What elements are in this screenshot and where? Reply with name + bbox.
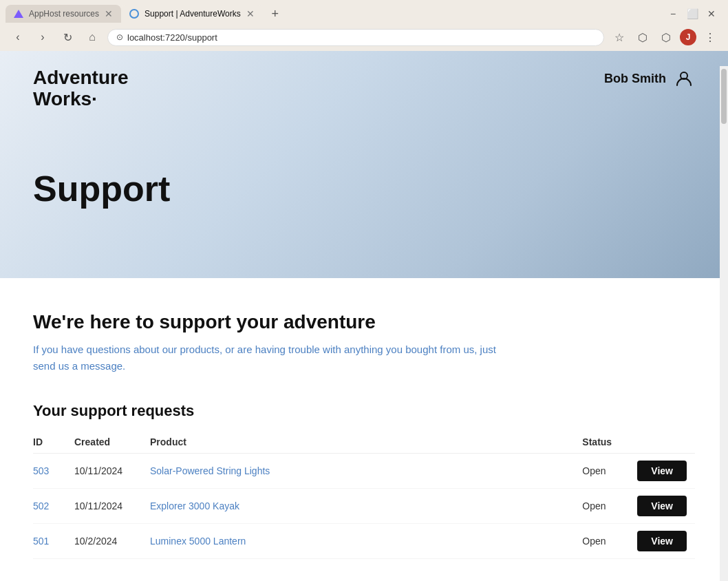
product-link-502[interactable]: Explorer 3000 Kayak — [150, 500, 239, 511]
minimize-button[interactable]: − — [667, 8, 678, 19]
hero-section: Adventure Works· Bob Smith Support — [0, 51, 728, 278]
request-product-501: Luminex 5000 Lantern — [150, 524, 582, 559]
table-row: 503 10/11/2024 Solar-Powered String Ligh… — [33, 454, 695, 489]
scrollbar[interactable] — [720, 66, 728, 581]
col-header-id: ID — [33, 431, 74, 454]
brand-logo: Adventure Works· — [33, 67, 128, 110]
browser-chrome: AppHost resources ✕ Support | AdventureW… — [0, 0, 728, 51]
scrollbar-thumb[interactable] — [721, 69, 727, 124]
request-id-link-503[interactable]: 503 — [33, 465, 49, 476]
request-status-503: Open — [582, 454, 637, 489]
table-heading: Your support requests — [33, 402, 695, 420]
request-status-501: Open — [582, 524, 637, 559]
tab-apphost-close[interactable]: ✕ — [105, 9, 113, 19]
brand-line2: Works· — [33, 88, 97, 109]
col-header-created: Created — [74, 431, 150, 454]
new-tab-button[interactable]: + — [266, 4, 285, 23]
bookmark-button[interactable]: ☆ — [610, 28, 629, 47]
window-controls: − ⬜ ✕ — [667, 8, 722, 19]
request-status-502: Open — [582, 489, 637, 524]
profile-button[interactable]: ⬡ — [656, 28, 676, 47]
product-link-501[interactable]: Luminex 5000 Lantern — [150, 536, 246, 547]
table-row: 502 10/11/2024 Explorer 3000 Kayak Open … — [33, 489, 695, 524]
user-avatar[interactable]: J — [680, 29, 696, 45]
forward-button[interactable]: › — [33, 28, 52, 47]
close-button[interactable]: ✕ — [706, 8, 717, 19]
request-id-link-501[interactable]: 501 — [33, 536, 49, 547]
brand-line1: Adventure — [33, 67, 128, 88]
globe-icon — [129, 9, 139, 19]
request-action-502: View — [637, 489, 695, 524]
product-link-503[interactable]: Solar-Powered String Lights — [150, 465, 270, 476]
back-button[interactable]: ‹ — [8, 28, 28, 47]
request-product-502: Explorer 3000 Kayak — [150, 489, 582, 524]
view-button-503[interactable]: View — [637, 461, 687, 481]
tab-support[interactable]: Support | AdventureWorks ✕ — [121, 5, 263, 23]
col-header-status: Status — [582, 431, 637, 454]
tab-apphost-label: AppHost resources — [29, 9, 99, 19]
table-header-row: ID Created Product Status — [33, 431, 695, 454]
request-id-501: 501 — [33, 524, 74, 559]
view-button-501[interactable]: View — [637, 531, 687, 551]
reload-button[interactable]: ↻ — [58, 28, 77, 47]
request-created-503: 10/11/2024 — [74, 454, 150, 489]
tab-apphost[interactable]: AppHost resources ✕ — [6, 5, 121, 23]
view-button-502[interactable]: View — [637, 496, 687, 516]
col-header-action — [637, 431, 695, 454]
support-requests-table: ID Created Product Status 503 10/11/2024… — [33, 431, 695, 559]
col-header-product: Product — [150, 431, 582, 454]
request-id-503: 503 — [33, 454, 74, 489]
support-heading: We're here to support your adventure — [33, 311, 695, 333]
page-content: Adventure Works· Bob Smith Support — [0, 51, 728, 581]
browser-window: AppHost resources ✕ Support | AdventureW… — [0, 0, 728, 581]
main-content: We're here to support your adventure If … — [0, 278, 728, 581]
support-subtitle: If you have questions about our products… — [33, 341, 515, 374]
tab-support-close[interactable]: ✕ — [246, 9, 255, 19]
browser-toolbar: ‹ › ↻ ⌂ ⊙ localhost:7220/support ☆ ⬡ ⬡ J… — [0, 23, 728, 51]
security-icon: ⊙ — [116, 32, 123, 42]
maximize-button[interactable]: ⬜ — [687, 8, 698, 19]
table-row: 501 10/2/2024 Luminex 5000 Lantern Open … — [33, 524, 695, 559]
request-product-503: Solar-Powered String Lights — [150, 454, 582, 489]
tab-bar: AppHost resources ✕ Support | AdventureW… — [0, 0, 728, 23]
request-id-link-502[interactable]: 502 — [33, 500, 49, 511]
request-created-502: 10/11/2024 — [74, 489, 150, 524]
triangle-icon — [14, 10, 23, 18]
extensions-button[interactable]: ⬡ — [633, 28, 652, 47]
toolbar-actions: ☆ ⬡ ⬡ J ⋮ — [610, 28, 720, 47]
home-button[interactable]: ⌂ — [83, 28, 102, 47]
request-id-502: 502 — [33, 489, 74, 524]
request-created-501: 10/2/2024 — [74, 524, 150, 559]
request-action-503: View — [637, 454, 695, 489]
address-bar[interactable]: ⊙ localhost:7220/support — [107, 29, 604, 46]
tab-support-label: Support | AdventureWorks — [144, 9, 241, 19]
menu-button[interactable]: ⋮ — [700, 28, 720, 47]
request-action-501: View — [637, 524, 695, 559]
address-text: localhost:7220/support — [127, 32, 595, 43]
